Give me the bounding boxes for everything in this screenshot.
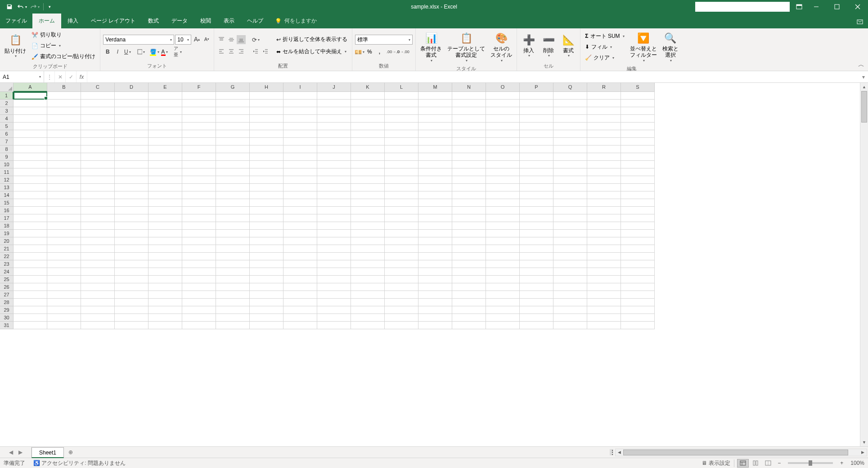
cell[interactable] bbox=[115, 191, 148, 199]
cell[interactable] bbox=[520, 230, 553, 237]
insert-function-button[interactable]: fx bbox=[76, 71, 87, 82]
cell[interactable] bbox=[452, 322, 486, 329]
cell[interactable] bbox=[182, 283, 216, 291]
cell[interactable] bbox=[283, 115, 317, 123]
cell[interactable] bbox=[182, 322, 216, 329]
cell[interactable] bbox=[250, 130, 283, 138]
cell[interactable] bbox=[452, 245, 486, 253]
cell[interactable] bbox=[216, 123, 250, 130]
tab-page-layout[interactable]: ページ レイアウト bbox=[85, 14, 142, 28]
cell[interactable] bbox=[283, 100, 317, 107]
cell[interactable] bbox=[385, 176, 418, 184]
cell[interactable] bbox=[587, 299, 621, 306]
cell[interactable] bbox=[317, 145, 351, 153]
cell[interactable] bbox=[621, 322, 655, 329]
cell[interactable] bbox=[182, 161, 216, 168]
cell[interactable] bbox=[351, 138, 385, 145]
column-header-K[interactable]: K bbox=[351, 83, 385, 92]
cell[interactable] bbox=[283, 191, 317, 199]
cell[interactable] bbox=[385, 153, 418, 161]
cancel-formula-button[interactable]: ✕ bbox=[55, 71, 66, 82]
cell[interactable] bbox=[418, 191, 452, 199]
cell[interactable] bbox=[486, 253, 520, 260]
cell[interactable] bbox=[47, 253, 81, 260]
cell[interactable] bbox=[520, 138, 553, 145]
cell[interactable] bbox=[115, 291, 148, 299]
cell[interactable] bbox=[13, 291, 47, 299]
cell[interactable] bbox=[250, 168, 283, 176]
row-header-21[interactable]: 21 bbox=[0, 245, 13, 253]
cell[interactable] bbox=[418, 138, 452, 145]
cell[interactable] bbox=[182, 176, 216, 184]
cell[interactable] bbox=[486, 138, 520, 145]
cell[interactable] bbox=[553, 291, 587, 299]
cell[interactable] bbox=[587, 100, 621, 107]
cell[interactable] bbox=[317, 237, 351, 245]
cell[interactable] bbox=[182, 92, 216, 100]
align-middle-button[interactable] bbox=[227, 35, 236, 44]
row-header-24[interactable]: 24 bbox=[0, 268, 13, 276]
cell[interactable] bbox=[182, 184, 216, 191]
cell[interactable] bbox=[351, 283, 385, 291]
cell[interactable] bbox=[351, 322, 385, 329]
cell[interactable] bbox=[13, 230, 47, 237]
cell[interactable] bbox=[148, 115, 182, 123]
horizontal-scrollbar[interactable]: ◀ ▶ bbox=[615, 449, 867, 456]
cell[interactable] bbox=[250, 199, 283, 207]
cell[interactable] bbox=[520, 314, 553, 322]
cell[interactable] bbox=[115, 199, 148, 207]
cell[interactable] bbox=[283, 207, 317, 214]
cell[interactable] bbox=[317, 153, 351, 161]
cell[interactable] bbox=[553, 276, 587, 283]
align-bottom-button[interactable] bbox=[237, 35, 246, 44]
cell[interactable] bbox=[283, 130, 317, 138]
cell[interactable] bbox=[216, 92, 250, 100]
cell[interactable] bbox=[115, 276, 148, 283]
cell[interactable] bbox=[351, 168, 385, 176]
cell[interactable] bbox=[587, 291, 621, 299]
cell[interactable] bbox=[418, 145, 452, 153]
cell[interactable] bbox=[351, 199, 385, 207]
row-header-11[interactable]: 11 bbox=[0, 168, 13, 176]
orientation-button[interactable]: ⟳▾ bbox=[251, 35, 260, 44]
cell[interactable] bbox=[587, 184, 621, 191]
paste-button[interactable]: 📋 貼り付け ▾ bbox=[3, 32, 28, 59]
cell[interactable] bbox=[351, 100, 385, 107]
cell[interactable] bbox=[317, 161, 351, 168]
cell[interactable] bbox=[81, 322, 115, 329]
cell[interactable] bbox=[418, 115, 452, 123]
cell[interactable] bbox=[283, 168, 317, 176]
cell[interactable] bbox=[452, 222, 486, 230]
cell[interactable] bbox=[47, 268, 81, 276]
row-header-31[interactable]: 31 bbox=[0, 322, 13, 329]
column-header-B[interactable]: B bbox=[47, 83, 81, 92]
cell[interactable] bbox=[418, 268, 452, 276]
cell[interactable] bbox=[452, 138, 486, 145]
cell[interactable] bbox=[452, 115, 486, 123]
column-header-E[interactable]: E bbox=[148, 83, 182, 92]
cell[interactable] bbox=[520, 184, 553, 191]
cell[interactable] bbox=[148, 291, 182, 299]
column-header-R[interactable]: R bbox=[587, 83, 621, 92]
cell[interactable] bbox=[418, 199, 452, 207]
cell[interactable] bbox=[47, 161, 81, 168]
cell[interactable] bbox=[520, 92, 553, 100]
cell[interactable] bbox=[81, 253, 115, 260]
cell[interactable] bbox=[283, 199, 317, 207]
cell[interactable] bbox=[13, 153, 47, 161]
format-cells-button[interactable]: 📐書式▾ bbox=[559, 32, 577, 59]
row-header-28[interactable]: 28 bbox=[0, 299, 13, 306]
save-button[interactable] bbox=[4, 1, 15, 13]
cell[interactable] bbox=[216, 161, 250, 168]
cell[interactable] bbox=[351, 145, 385, 153]
column-header-F[interactable]: F bbox=[182, 83, 216, 92]
cell[interactable] bbox=[216, 115, 250, 123]
cell[interactable] bbox=[452, 306, 486, 314]
cell[interactable] bbox=[182, 123, 216, 130]
cell[interactable] bbox=[418, 153, 452, 161]
cell[interactable] bbox=[250, 138, 283, 145]
cell[interactable] bbox=[621, 138, 655, 145]
cell[interactable] bbox=[486, 130, 520, 138]
cell[interactable] bbox=[621, 199, 655, 207]
decrease-decimal-button[interactable]: .0→.00 bbox=[398, 47, 407, 56]
